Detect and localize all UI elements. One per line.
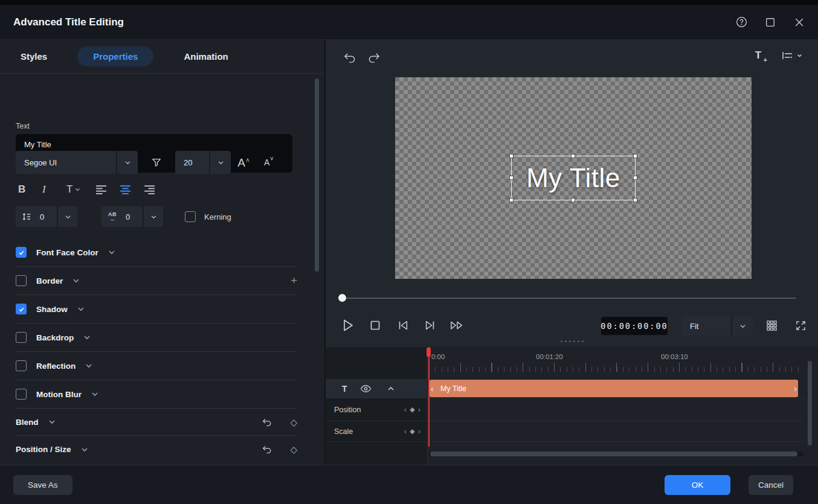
scrollbar-thumb[interactable] [315, 78, 319, 272]
reflection-checkbox[interactable] [16, 360, 27, 371]
add-border-icon[interactable]: + [291, 274, 297, 287]
preview-canvas[interactable]: My Title [395, 77, 752, 279]
text-align-tool-icon[interactable] [782, 51, 802, 60]
bold-icon[interactable]: B [18, 183, 42, 196]
add-keyframe-icon[interactable]: ◆ [410, 428, 414, 435]
title-selection-box[interactable]: My Title [511, 156, 636, 200]
timeline-h-scrollbar[interactable] [429, 451, 804, 456]
reset-icon[interactable] [259, 414, 274, 430]
section-motion-blur[interactable]: Motion Blur [16, 380, 297, 409]
keyframe-diamond-icon[interactable]: ◇ [290, 445, 297, 454]
zoom-mode-select[interactable]: Fit [681, 316, 753, 336]
tab-animation[interactable]: Animation [181, 46, 230, 66]
backdrop-checkbox[interactable] [16, 332, 27, 343]
chevron-down-icon[interactable] [72, 278, 80, 283]
chevron-down-icon[interactable] [731, 316, 753, 336]
chevron-down-icon[interactable] [85, 363, 92, 368]
kerning-checkbox[interactable] [185, 211, 196, 222]
section-shadow[interactable]: Shadow [16, 295, 297, 324]
scrollbar-thumb[interactable] [808, 361, 812, 445]
letter-spacing-control[interactable]: AB↔ 0 [101, 206, 163, 227]
playhead[interactable] [428, 347, 430, 447]
previous-frame-icon[interactable] [394, 316, 412, 334]
resize-handle[interactable] [571, 198, 575, 202]
section-font-face-color[interactable]: Font Face Color [16, 238, 297, 267]
chevron-down-icon[interactable] [91, 392, 98, 397]
prev-keyframe-icon[interactable]: ‹ [404, 427, 407, 435]
chevron-down-icon[interactable] [77, 307, 85, 311]
tab-properties[interactable]: Properties [77, 46, 153, 66]
clip-trim-left-icon[interactable]: ‹ [431, 384, 434, 394]
italic-icon[interactable]: I [42, 183, 66, 196]
prev-keyframe-icon[interactable]: ‹ [404, 406, 407, 413]
chevron-down-icon[interactable] [143, 206, 163, 227]
seekbar-knob[interactable] [338, 294, 346, 302]
line-spacing-control[interactable]: 0 [16, 206, 77, 227]
add-text-icon[interactable]: T+ [750, 49, 766, 62]
next-keyframe-icon[interactable]: › [418, 406, 420, 413]
chevron-down-icon[interactable] [108, 250, 115, 255]
grid-icon[interactable] [762, 316, 781, 334]
help-icon[interactable] [733, 14, 749, 30]
undo-icon[interactable] [342, 49, 358, 65]
chevron-down-icon[interactable] [81, 447, 88, 452]
motion-blur-checkbox[interactable] [16, 389, 27, 400]
text-style-icon[interactable]: T [66, 183, 95, 196]
chevron-down-icon[interactable] [209, 151, 231, 174]
section-reflection[interactable]: Reflection [16, 352, 297, 380]
eye-icon[interactable] [360, 383, 372, 395]
resize-handle[interactable] [509, 154, 514, 158]
font-face-color-checkbox[interactable] [16, 247, 27, 258]
stop-icon[interactable] [366, 316, 384, 334]
fast-forward-icon[interactable] [448, 316, 466, 334]
next-frame-icon[interactable] [421, 316, 439, 334]
chevron-down-icon[interactable] [57, 206, 77, 227]
reset-icon[interactable] [259, 442, 274, 458]
clip-trim-right-icon[interactable]: › [794, 384, 797, 394]
font-family-select[interactable]: Segoe UI [16, 151, 138, 174]
ok-button[interactable]: OK [665, 475, 730, 495]
align-right-icon[interactable] [144, 185, 168, 194]
preview-seekbar[interactable] [326, 293, 818, 303]
close-icon[interactable] [791, 14, 807, 30]
title-clip[interactable]: ‹ My Title › [430, 380, 798, 397]
redo-icon[interactable] [366, 49, 382, 65]
timeline-ruler[interactable] [429, 363, 804, 372]
chevron-down-icon[interactable] [116, 151, 138, 174]
chevron-down-icon[interactable] [83, 335, 91, 340]
add-keyframe-icon[interactable]: ◆ [410, 406, 414, 413]
kerning-option[interactable]: Kerning [185, 211, 231, 222]
cancel-button[interactable]: Cancel [749, 475, 793, 495]
decrease-font-size-icon[interactable]: A˄ [256, 158, 282, 167]
seekbar-track[interactable] [343, 298, 796, 299]
section-border[interactable]: Border + [16, 267, 297, 295]
increase-font-size-icon[interactable]: A˄ [231, 157, 256, 168]
resize-handle[interactable] [509, 176, 514, 180]
section-backdrop[interactable]: Backdrop [16, 324, 297, 352]
resize-handle[interactable] [633, 198, 637, 202]
maximize-icon[interactable] [762, 14, 778, 30]
section-blend[interactable]: Blend ◇ [16, 409, 297, 436]
play-icon[interactable] [339, 316, 357, 334]
chevron-up-icon[interactable] [385, 383, 397, 395]
chevron-down-icon[interactable] [48, 419, 56, 424]
panel-splitter-handle[interactable] [326, 340, 818, 342]
section-position-size[interactable]: Position / Size ◇ [16, 436, 297, 463]
timeline-v-scrollbar[interactable] [808, 361, 812, 449]
shadow-checkbox[interactable] [16, 304, 27, 314]
align-center-icon[interactable] [120, 185, 144, 194]
keyframe-diamond-icon[interactable]: ◇ [290, 418, 297, 427]
resize-handle[interactable] [509, 198, 514, 202]
fullscreen-icon[interactable] [791, 316, 810, 334]
playhead-handle[interactable] [427, 348, 431, 357]
font-filter-icon[interactable] [146, 157, 167, 168]
next-keyframe-icon[interactable]: › [418, 427, 420, 435]
font-size-select[interactable]: 20 [175, 151, 231, 174]
border-checkbox[interactable] [16, 275, 27, 286]
resize-handle[interactable] [633, 176, 637, 180]
preview-title-text[interactable]: My Title [526, 163, 620, 193]
save-as-button[interactable]: Save As [13, 475, 72, 495]
resize-handle[interactable] [633, 154, 637, 158]
resize-handle[interactable] [571, 154, 575, 158]
align-left-icon[interactable] [95, 185, 120, 194]
